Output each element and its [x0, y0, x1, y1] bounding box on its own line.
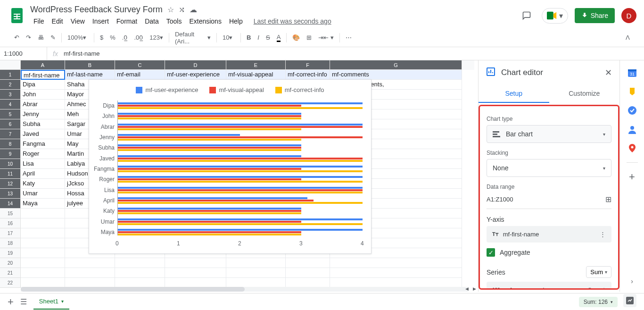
- explore-button[interactable]: [623, 294, 636, 307]
- paint-format-icon[interactable]: ✎: [48, 32, 58, 43]
- dec-decimal-icon[interactable]: .0̲: [119, 32, 131, 43]
- stacking-select[interactable]: None▾: [487, 159, 611, 177]
- doc-title[interactable]: WordPress Feedback Survey Form: [30, 5, 163, 15]
- cell-A12[interactable]: Katy: [21, 179, 65, 189]
- cell-G22[interactable]: [330, 278, 462, 288]
- legend-item[interactable]: mf-correct-info: [275, 86, 324, 93]
- cloud-icon[interactable]: ☁: [190, 5, 197, 14]
- account-avatar[interactable]: D: [621, 8, 636, 23]
- cell-E20[interactable]: [226, 258, 286, 268]
- cell-A22[interactable]: [21, 278, 65, 288]
- select-range-icon[interactable]: ⊞: [605, 195, 611, 204]
- italic-icon[interactable]: I: [255, 32, 262, 43]
- cell-G21[interactable]: [330, 268, 462, 278]
- close-icon[interactable]: ✕: [605, 67, 612, 78]
- cell-A17[interactable]: [21, 228, 65, 238]
- menu-data[interactable]: Data: [141, 16, 162, 27]
- row-header-14[interactable]: 14: [0, 199, 21, 209]
- cell-A20[interactable]: [21, 258, 65, 268]
- tab-customize[interactable]: Customize: [549, 85, 620, 103]
- currency-icon[interactable]: $: [97, 32, 106, 43]
- row-header-5[interactable]: 5: [0, 109, 21, 119]
- cell-A11[interactable]: April: [21, 169, 65, 179]
- row-header-21[interactable]: 21: [0, 268, 21, 278]
- cell-F20[interactable]: [286, 258, 330, 268]
- text-color-icon[interactable]: A: [274, 32, 284, 44]
- hide-panel-icon[interactable]: ›: [627, 276, 637, 286]
- row-header-17[interactable]: 17: [0, 228, 21, 238]
- share-button[interactable]: Share: [575, 8, 615, 23]
- font-size[interactable]: 10 ▾: [220, 32, 238, 43]
- scroll-right-icon[interactable]: ▶: [471, 286, 478, 292]
- row-header-6[interactable]: 6: [0, 119, 21, 129]
- row-header-13[interactable]: 13: [0, 189, 21, 199]
- cell-D1[interactable]: mf-user-experience: [165, 70, 226, 80]
- row-header-12[interactable]: 12: [0, 179, 21, 189]
- cell-A3[interactable]: John: [21, 90, 65, 100]
- legend-item[interactable]: mf-visual-appeal: [209, 86, 264, 93]
- cell-F1[interactable]: mf-correct-info: [286, 70, 330, 80]
- tasks-icon[interactable]: [627, 106, 637, 115]
- cell-A13[interactable]: Umar: [21, 189, 65, 199]
- cell-A15[interactable]: [21, 209, 65, 218]
- cell-B22[interactable]: [65, 278, 115, 288]
- cell-D20[interactable]: [165, 258, 226, 268]
- more-icon[interactable]: ⋯: [343, 32, 355, 43]
- font-select[interactable]: Default (Ari... ▾: [172, 29, 214, 47]
- cell-A16[interactable]: [21, 218, 65, 228]
- cell-B20[interactable]: [65, 258, 115, 268]
- col-header-G[interactable]: G: [330, 60, 462, 70]
- col-header-C[interactable]: C: [115, 60, 165, 70]
- redo-icon[interactable]: ↷: [23, 32, 34, 43]
- cell-G20[interactable]: [330, 258, 462, 268]
- row-header-22[interactable]: 22: [0, 278, 21, 288]
- addons-icon[interactable]: +: [627, 172, 637, 182]
- cell-A8[interactable]: Fangma: [21, 139, 65, 149]
- yaxis-chip[interactable]: Tᴛmf-first-name⋮: [487, 226, 611, 243]
- add-sheet-button[interactable]: +: [8, 296, 14, 308]
- cell-A10[interactable]: Lisa: [21, 159, 65, 169]
- row-header-20[interactable]: 20: [0, 258, 21, 268]
- row-header-15[interactable]: 15: [0, 209, 21, 218]
- contacts-icon[interactable]: [627, 125, 637, 134]
- menu-help[interactable]: Help: [226, 16, 246, 27]
- cell-A9[interactable]: Roger: [21, 149, 65, 159]
- cell-E21[interactable]: [226, 268, 286, 278]
- move-icon[interactable]: ⤭: [179, 5, 185, 14]
- strike-icon[interactable]: S: [263, 32, 273, 43]
- calendar-icon[interactable]: 31: [627, 68, 637, 77]
- comments-icon[interactable]: [518, 7, 535, 24]
- cell-A14[interactable]: Maya: [21, 199, 65, 209]
- merge-icon[interactable]: ⇥⇤ ▾: [315, 32, 337, 43]
- keep-icon[interactable]: [627, 87, 637, 96]
- legend-item[interactable]: mf-user-experience: [136, 86, 198, 93]
- cell-C20[interactable]: [115, 258, 165, 268]
- cell-A1[interactable]: mf-first-name: [21, 70, 65, 80]
- cell-E1[interactable]: mf-visual-appeal: [226, 70, 286, 80]
- more-formats[interactable]: 123 ▾: [147, 32, 166, 43]
- row-header-7[interactable]: 7: [0, 129, 21, 139]
- menu-tools[interactable]: Tools: [163, 16, 185, 27]
- col-header-A[interactable]: A: [21, 60, 65, 70]
- cell-A4[interactable]: Abrar: [21, 100, 65, 109]
- cell-A7[interactable]: Javed: [21, 129, 65, 139]
- row-header-8[interactable]: 8: [0, 139, 21, 149]
- row-header-19[interactable]: 19: [0, 248, 21, 258]
- status-pill[interactable]: Sum: 126▾: [579, 297, 618, 307]
- meet-button[interactable]: ▾: [542, 8, 568, 24]
- col-header-B[interactable]: B: [65, 60, 115, 70]
- cell-D22[interactable]: [165, 278, 226, 288]
- sheet-tab[interactable]: Sheet1▾: [33, 294, 69, 310]
- row-header-10[interactable]: 10: [0, 159, 21, 169]
- menu-file[interactable]: File: [30, 16, 48, 27]
- row-header-11[interactable]: 11: [0, 169, 21, 179]
- menu-edit[interactable]: Edit: [49, 16, 66, 27]
- star-icon[interactable]: ☆: [167, 5, 174, 14]
- col-header-E[interactable]: E: [226, 60, 286, 70]
- col-header-F[interactable]: F: [286, 60, 330, 70]
- cell-A5[interactable]: Jenny: [21, 109, 65, 119]
- data-range-input[interactable]: A1:Z1000: [487, 193, 513, 206]
- sheets-logo[interactable]: [8, 6, 26, 25]
- tab-setup[interactable]: Setup: [479, 85, 549, 103]
- cell-A19[interactable]: [21, 248, 65, 258]
